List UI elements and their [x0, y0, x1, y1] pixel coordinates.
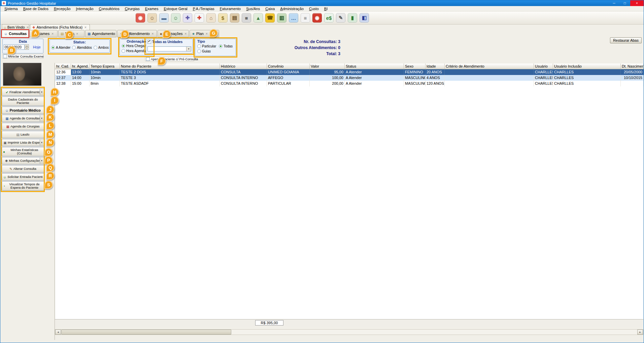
close-tab-icon[interactable]: ×	[206, 32, 208, 36]
column-header-convenio[interactable]: Convênio	[267, 64, 310, 69]
column-header-historico[interactable]: Histórico	[220, 64, 267, 69]
toolbar-graficos-icon[interactable]: ▲	[253, 13, 263, 23]
dropdown-arrow-icon[interactable]: ▼	[40, 140, 43, 146]
sidebar-button-finalizar-atendimento[interactable]: ✔Finalizar Atendimento▼	[2, 88, 44, 96]
sidebar-button-prontuario-medico[interactable]: ☺Prontuário Médico	[2, 107, 44, 114]
column-header-idade[interactable]: Idade	[426, 64, 445, 69]
main-tab-bem-vindo[interactable]: ⌂Bem Vindo×	[2, 24, 29, 30]
radio-ambos[interactable]: Ambos	[94, 46, 109, 49]
menu-item-cirurgias[interactable]: Cirurgias	[122, 6, 142, 11]
toolbar-estoque-icon[interactable]: ▤	[230, 13, 239, 23]
column-header-hr-cad[interactable]: hr. Cad.	[55, 64, 71, 69]
sidebar-button-agenda-de-cirurgias[interactable]: ▦Agenda de Cirurgias	[2, 123, 44, 130]
column-header-hr-agend[interactable]: hr. Agend.	[71, 64, 90, 69]
menu-item-base-de-dados[interactable]: Base de Dados	[21, 6, 51, 11]
menu-item-faturamento[interactable]: Faturamento	[217, 6, 243, 11]
toolbar-telefones-icon[interactable]: ☎	[265, 13, 275, 23]
scroll-left-icon[interactable]: ◄	[55, 330, 61, 335]
close-tab-icon[interactable]: ×	[52, 32, 54, 36]
toolbar-sair-icon[interactable]: ◉	[312, 13, 322, 23]
toolbar-ambulancia-icon[interactable]: ✚	[195, 13, 204, 23]
column-header-nome-do-paciente[interactable]: Nome do Paciente	[120, 64, 220, 69]
toolbar-anotacoes-icon[interactable]: ✎	[336, 13, 345, 23]
radio-hora-chegada[interactable]: Hora Chegada	[122, 44, 150, 48]
tab-internacoes[interactable]: ■Internações×	[158, 30, 189, 37]
menu-item-exames[interactable]: Exames	[142, 6, 161, 11]
unidades-dropdown[interactable]: ▼	[147, 46, 191, 51]
radio-atendidos[interactable]: Atendidos	[72, 46, 92, 49]
main-tab-atendimentos-ficha-medica[interactable]: ✚Atendimentos (Ficha Médica)×	[30, 24, 90, 30]
horizontal-scrollbar[interactable]: ◄ ►	[55, 329, 643, 335]
menu-item-internacao[interactable]: Internação	[73, 6, 96, 11]
sidebar-button-minhas-configuracoes[interactable]: ✱Minhas Configurações▼	[2, 157, 44, 164]
column-header-dt-nascimento[interactable]: Dt. Nascimento	[621, 64, 644, 69]
column-header-usuario-inclusao[interactable]: Usuário Inclusão	[553, 64, 621, 69]
dropdown-arrow-icon[interactable]: ▼	[40, 89, 43, 95]
mesclar-consulta-exame-checkbox[interactable]: Mesclar Consulta Exame	[2, 54, 43, 59]
toolbar-indicadores-icon[interactable]: ▮	[348, 13, 357, 23]
column-header-valor[interactable]: Valor	[310, 64, 345, 69]
menu-item-bi[interactable]: BI	[321, 6, 330, 11]
table-row[interactable]: 12:3714:0010minTESTE 3CONSULTA INTERNOAF…	[55, 75, 644, 81]
radio-hora-agendada[interactable]: Hora Agendada	[122, 49, 150, 53]
sidebar-button-dados-cadastrais-do-paciente[interactable]: Dados Cadastrais do Paciente	[2, 97, 44, 106]
toolbar-recepcao-icon[interactable]: ☺	[147, 13, 157, 23]
column-header-criterio-de-atendimento[interactable]: Critério de Atendimento	[445, 64, 534, 69]
toolbar-cirurgias-icon[interactable]: ✚	[183, 13, 192, 23]
toolbar-lista-icon[interactable]: ≡	[301, 13, 310, 23]
dropdown-arrow-icon[interactable]: ▼	[40, 158, 43, 164]
menu-item-sus-ans[interactable]: Sus/Ans	[243, 6, 263, 11]
close-tab-icon[interactable]: ×	[84, 26, 87, 29]
column-header-tempo-espera[interactable]: Tempo Espera	[90, 64, 120, 69]
table-row[interactable]: 12:3613:0010minTESTE 2 DOISCONSULTAUNIME…	[55, 69, 644, 75]
close-tab-icon[interactable]: ×	[27, 26, 29, 29]
close-tab-icon[interactable]: ×	[152, 32, 154, 36]
menu-item-caixa[interactable]: Caixa	[263, 6, 277, 11]
toolbar-e-dinheiro-icon[interactable]: e$	[324, 13, 334, 23]
toolbar-mensagens-icon[interactable]: …	[289, 13, 298, 23]
menu-item-estoque-geral[interactable]: Estoque Geral	[161, 6, 190, 11]
column-header-sexo[interactable]: Sexo	[404, 64, 426, 69]
minimize-button[interactable]: ─	[609, 0, 619, 6]
sidebar-button-minhas-estatisticas-consulta[interactable]: ●Minhas Estatísticas (Consulta)	[2, 147, 44, 156]
menu-item-consultorios[interactable]: Consultórios	[96, 6, 122, 11]
radio-guias[interactable]: Guias	[197, 49, 211, 53]
tab-agendamento[interactable]: ▦Agendamento×	[85, 30, 116, 37]
menu-item-administracao[interactable]: Administração	[277, 6, 306, 11]
toolbar-consultorios-icon[interactable]: ☺	[171, 13, 180, 23]
dropdown-arrow-icon[interactable]: ▼	[40, 115, 43, 121]
close-tab-icon[interactable]: ×	[76, 32, 78, 36]
menu-item-custo[interactable]: Custo	[306, 6, 321, 11]
toolbar-internacao-icon[interactable]: ▬	[159, 13, 169, 23]
toolbar-hospital-icon[interactable]: ⌂	[206, 13, 216, 23]
close-button[interactable]: ×	[630, 0, 644, 6]
tab-consultas[interactable]: ☺Consultas	[2, 30, 29, 37]
pre-consulta-checkbox[interactable]: Apenas Paciente c/ Pré-Consulta	[145, 57, 194, 61]
close-tab-icon[interactable]: ×	[185, 32, 187, 36]
spinner-down-icon[interactable]: ▼	[25, 47, 29, 50]
radio-a-atender[interactable]: A Atender	[51, 46, 70, 49]
menu-item-recepcao[interactable]: Recepção	[51, 6, 73, 11]
toolbar-faturamento-icon[interactable]: $	[218, 13, 228, 23]
toolbar-exit-icon[interactable]: ◉	[136, 13, 145, 23]
toolbar-agenda-icon[interactable]: ▥	[277, 13, 286, 23]
scrollbar-thumb[interactable]	[61, 330, 231, 335]
toolbar-cubos-icon[interactable]: ◧	[360, 13, 369, 23]
sidebar-button-laudo[interactable]: ▤Laudo	[2, 131, 44, 138]
spinner-up-icon[interactable]: ▲	[25, 44, 29, 47]
restore-tabs-button[interactable]: Restaurar Abas	[610, 37, 642, 43]
radio-todas[interactable]: Todas	[219, 44, 233, 48]
scroll-right-icon[interactable]: ►	[637, 330, 643, 335]
toolbar-cofre-icon[interactable]: ■	[242, 13, 251, 23]
radio-particular[interactable]: Particular	[197, 44, 216, 48]
menu-item-p-a-terapias[interactable]: P.A./Terapias	[190, 6, 217, 11]
column-header-usuario[interactable]: Usuário	[534, 64, 553, 69]
today-link[interactable]: Hoje	[33, 45, 41, 49]
sidebar-button-imprimir-lista-de-espera[interactable]: ▣Imprimir Lista de Espera▼	[2, 139, 44, 146]
sidebar-button-solicitar-entrada-paciente[interactable]: ☺Solicitar Entrada Paciente	[2, 173, 44, 181]
todas-unidades-checkbox[interactable]: ✓ Todas as Unidades	[147, 40, 182, 44]
sidebar-button-alterar-consulta[interactable]: ✎Alterar Consulta	[2, 165, 44, 173]
column-header-status[interactable]: Status	[345, 64, 404, 69]
maximize-button[interactable]: □	[619, 0, 630, 6]
table-row[interactable]: 12:3815:008minTESTE ASDADFCONSULTA INTER…	[55, 81, 644, 86]
